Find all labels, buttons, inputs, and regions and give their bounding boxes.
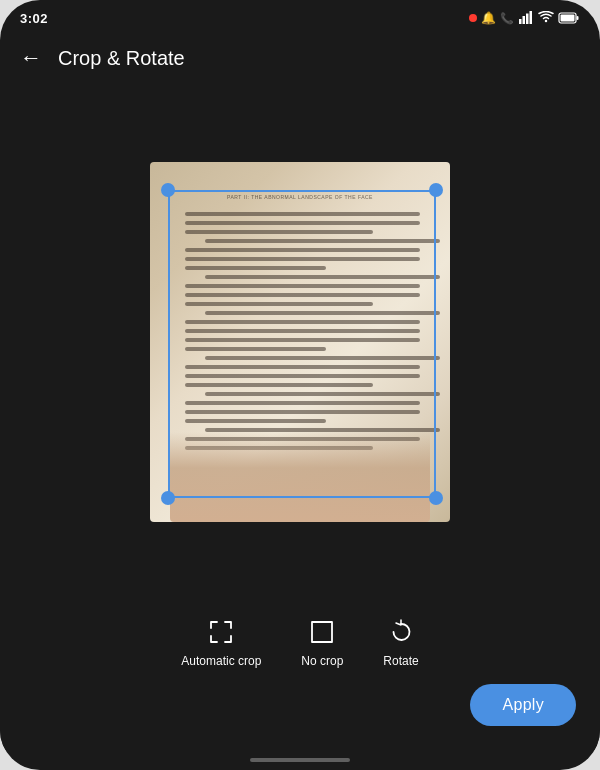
svg-rect-2 bbox=[526, 14, 529, 25]
svg-rect-7 bbox=[312, 622, 332, 642]
wifi-icon bbox=[538, 11, 554, 25]
auto-crop-label: Automatic crop bbox=[181, 654, 261, 668]
text-line bbox=[185, 419, 326, 423]
text-line bbox=[185, 230, 373, 234]
home-bar bbox=[250, 758, 350, 762]
text-line bbox=[185, 401, 420, 405]
apply-button[interactable]: Apply bbox=[470, 684, 576, 726]
home-indicator bbox=[0, 750, 600, 770]
no-crop-label: No crop bbox=[301, 654, 343, 668]
text-line bbox=[185, 284, 420, 288]
text-line bbox=[185, 302, 373, 306]
text-line bbox=[185, 248, 420, 252]
svg-rect-3 bbox=[530, 11, 533, 24]
text-lines bbox=[185, 212, 420, 462]
hand-area bbox=[170, 432, 430, 522]
text-line bbox=[185, 374, 420, 378]
scan-image: PART II: THE ABNORMAL LANDSCAPE OF THE F… bbox=[150, 162, 450, 522]
bottom-toolbar: Automatic crop No crop bbox=[0, 600, 600, 750]
text-line bbox=[185, 212, 420, 216]
rotate-label: Rotate bbox=[383, 654, 418, 668]
tool-rotate[interactable]: Rotate bbox=[383, 616, 418, 668]
battery-icon bbox=[558, 11, 580, 25]
back-button[interactable]: ← bbox=[20, 45, 42, 71]
signal-icon bbox=[518, 11, 534, 25]
book-page-bg: PART II: THE ABNORMAL LANDSCAPE OF THE F… bbox=[150, 162, 450, 522]
status-time: 3:02 bbox=[20, 11, 48, 26]
phone-frame: 3:02 🔔 📞 bbox=[0, 0, 600, 770]
text-line bbox=[185, 221, 420, 225]
top-bar: ← Crop & Rotate bbox=[0, 32, 600, 84]
text-line bbox=[185, 338, 420, 342]
notification-icon: 🔔 bbox=[481, 11, 496, 25]
text-line bbox=[185, 410, 420, 414]
text-line bbox=[205, 392, 440, 396]
text-line bbox=[205, 275, 440, 279]
text-line bbox=[185, 320, 420, 324]
text-line bbox=[185, 347, 326, 351]
call-icon: 📞 bbox=[500, 12, 514, 25]
text-line bbox=[205, 311, 440, 315]
svg-rect-6 bbox=[561, 15, 575, 22]
svg-rect-0 bbox=[519, 19, 522, 24]
recording-dot bbox=[469, 14, 477, 22]
auto-crop-icon bbox=[205, 616, 237, 648]
svg-rect-5 bbox=[577, 16, 579, 20]
text-line bbox=[185, 293, 420, 297]
text-line bbox=[185, 329, 420, 333]
tool-options: Automatic crop No crop bbox=[0, 616, 600, 668]
no-crop-icon bbox=[306, 616, 338, 648]
text-line bbox=[185, 365, 420, 369]
scan-image-wrapper: PART II: THE ABNORMAL LANDSCAPE OF THE F… bbox=[150, 162, 450, 522]
tool-automatic-crop[interactable]: Automatic crop bbox=[181, 616, 261, 668]
text-line bbox=[185, 257, 420, 261]
tool-no-crop[interactable]: No crop bbox=[301, 616, 343, 668]
page-header-text: PART II: THE ABNORMAL LANDSCAPE OF THE F… bbox=[227, 194, 373, 200]
status-bar: 3:02 🔔 📞 bbox=[0, 0, 600, 32]
text-line bbox=[185, 383, 373, 387]
apply-row: Apply bbox=[0, 684, 600, 742]
svg-rect-1 bbox=[523, 16, 526, 24]
text-line bbox=[185, 266, 326, 270]
text-line bbox=[205, 239, 440, 243]
status-icons: 🔔 📞 bbox=[469, 11, 580, 25]
text-line bbox=[205, 356, 440, 360]
page-title: Crop & Rotate bbox=[58, 47, 185, 70]
rotate-icon bbox=[385, 616, 417, 648]
image-container: PART II: THE ABNORMAL LANDSCAPE OF THE F… bbox=[0, 84, 600, 600]
